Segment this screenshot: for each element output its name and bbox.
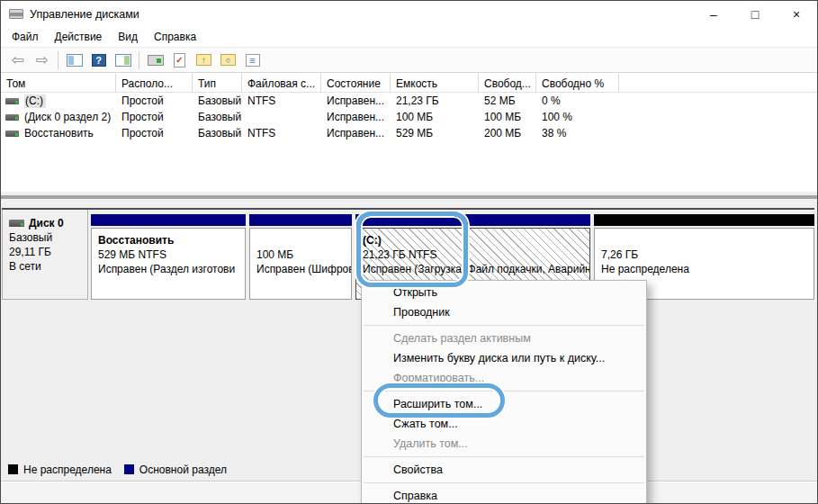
volume-icon bbox=[5, 130, 19, 137]
menu-item-help[interactable]: Справка bbox=[362, 486, 646, 504]
maximize-button[interactable]: □ bbox=[734, 1, 776, 27]
menu-view[interactable]: Вид bbox=[110, 28, 146, 46]
back-icon: ⇦ bbox=[11, 52, 23, 68]
pane-splitter[interactable] bbox=[1, 192, 817, 203]
device-properties-icon bbox=[148, 55, 164, 66]
menu-separator bbox=[364, 456, 644, 457]
app-disk-icon bbox=[9, 9, 23, 19]
partition-size: 7,26 ГБ bbox=[601, 248, 814, 262]
check-document-icon: ✓ bbox=[174, 53, 185, 68]
window-title: Управление дисками bbox=[30, 8, 139, 21]
column-header-layout[interactable]: Располо... bbox=[116, 74, 193, 92]
column-header-status[interactable]: Состояние bbox=[321, 74, 391, 92]
action-pane-button[interactable] bbox=[111, 49, 135, 71]
capacity-cell: 100 МБ bbox=[391, 111, 479, 123]
disk-info-panel[interactable]: Диск 0 Базовый 29,11 ГБ В сети bbox=[2, 210, 88, 300]
menu-help[interactable]: Справка bbox=[146, 28, 204, 46]
layout-cell: Простой bbox=[116, 127, 193, 140]
partition-recovery[interactable]: Восстановить 529 МБ NTFS Исправен (Разде… bbox=[91, 210, 246, 300]
back-button[interactable]: ⇦ bbox=[5, 49, 30, 71]
column-header-free[interactable]: Свобод... bbox=[479, 74, 536, 92]
free-percent-cell: 38 % bbox=[536, 127, 619, 140]
table-row[interactable]: (Диск 0 раздел 2) Простой Базовый Исправ… bbox=[1, 109, 817, 125]
partition-efi[interactable]: 100 МБ Исправен (Шифров bbox=[249, 210, 352, 300]
close-button[interactable]: × bbox=[776, 1, 817, 27]
task-list-button[interactable]: ≡ bbox=[240, 49, 265, 71]
disk-icon bbox=[9, 220, 24, 227]
volume-label: Восстановить bbox=[24, 127, 94, 140]
filesystem-cell: NTFS bbox=[242, 127, 321, 140]
title-bar: Управление дисками – □ × bbox=[1, 1, 817, 27]
capacity-cell: 529 МБ bbox=[391, 127, 479, 140]
column-header-capacity[interactable]: Емкость bbox=[391, 74, 479, 92]
table-row[interactable]: Восстановить Простой Базовый NTFS Исправ… bbox=[1, 125, 817, 141]
disk-size: 29,11 ГБ bbox=[9, 245, 87, 259]
menu-item-open[interactable]: Открыть bbox=[362, 283, 646, 302]
menu-file[interactable]: Файл bbox=[4, 28, 47, 46]
volume-list: Том Располо... Тип Файловая с... Состоян… bbox=[1, 74, 817, 192]
primary-partition-color-swatch bbox=[124, 464, 134, 474]
menu-bar: Файл Действие Вид Справка bbox=[1, 27, 817, 47]
window-controls: – □ × bbox=[693, 1, 817, 27]
menu-item-shrink-volume[interactable]: Сжать том... bbox=[362, 414, 646, 434]
menu-item-delete-volume[interactable]: Удалить том... bbox=[362, 434, 646, 454]
disk-management-window: Управление дисками – □ × Файл Действие В… bbox=[0, 0, 818, 504]
primary-partition-bar bbox=[355, 214, 590, 226]
folder-search-button[interactable]: ○ bbox=[216, 49, 240, 71]
column-header-free-percent[interactable]: Свободно % bbox=[536, 74, 619, 92]
partition-size: 100 МБ bbox=[256, 248, 351, 262]
partition-title: (C:) bbox=[363, 233, 589, 248]
device-properties-button[interactable] bbox=[143, 49, 167, 71]
type-cell: Базовый bbox=[193, 94, 242, 107]
menu-item-format[interactable]: Форматировать... bbox=[362, 368, 646, 388]
free-percent-cell: 0 % bbox=[536, 94, 619, 107]
partition-size: 529 МБ NTFS bbox=[98, 248, 245, 262]
task-list-icon: ≡ bbox=[246, 54, 260, 67]
partition-size: 21,23 ГБ NTFS bbox=[363, 248, 589, 262]
legend-label: Не распределена bbox=[23, 464, 112, 476]
primary-partition-bar bbox=[249, 214, 352, 226]
filesystem-cell: NTFS bbox=[242, 94, 321, 107]
menu-separator bbox=[364, 325, 644, 326]
primary-partition-bar bbox=[91, 214, 246, 226]
column-header-type[interactable]: Тип bbox=[193, 74, 242, 92]
column-header-filesystem[interactable]: Файловая с... bbox=[242, 74, 321, 92]
layout-cell: Простой bbox=[116, 111, 193, 123]
disk-status: В сети bbox=[9, 259, 87, 274]
layout-cell: Простой bbox=[116, 94, 193, 107]
volume-label: (Диск 0 раздел 2) bbox=[24, 111, 111, 123]
type-cell: Базовый bbox=[193, 127, 242, 140]
help-icon: ? bbox=[92, 54, 106, 67]
volume-label: (C:) bbox=[24, 94, 46, 108]
disk-type: Базовый bbox=[9, 230, 87, 245]
status-cell: Исправен... bbox=[321, 111, 391, 123]
menu-action[interactable]: Действие bbox=[47, 28, 111, 46]
legend-item-primary: Основной раздел bbox=[124, 464, 227, 476]
help-button[interactable]: ? bbox=[86, 49, 111, 71]
column-header-filler bbox=[619, 74, 817, 92]
partition-status: Исправен (Загрузка, Файл подкачки, Авари… bbox=[363, 262, 589, 276]
partition-title bbox=[601, 233, 814, 248]
volume-icon bbox=[5, 114, 19, 121]
volume-cell: (C:) bbox=[1, 94, 116, 108]
column-header-volume[interactable]: Том bbox=[1, 74, 116, 92]
console-tree-button[interactable] bbox=[62, 49, 86, 71]
volume-icon bbox=[5, 98, 19, 104]
menu-item-explorer[interactable]: Проводник bbox=[362, 302, 646, 322]
status-cell: Исправен... bbox=[321, 94, 391, 107]
console-tree-icon bbox=[67, 54, 83, 67]
folder-up-button[interactable]: ↑ bbox=[192, 49, 216, 71]
folder-up-icon: ↑ bbox=[196, 54, 211, 66]
table-row[interactable]: (C:) Простой Базовый NTFS Исправен... 21… bbox=[1, 93, 817, 109]
action-pane-icon bbox=[115, 54, 131, 67]
menu-item-change-letter[interactable]: Изменить букву диска или путь к диску... bbox=[362, 348, 646, 368]
menu-item-extend-volume[interactable]: Расширить том... bbox=[362, 394, 646, 414]
partition-status: Исправен (Шифров bbox=[256, 262, 351, 276]
minimize-button[interactable]: – bbox=[693, 1, 734, 27]
free-cell: 200 МБ bbox=[479, 127, 536, 140]
menu-item-properties[interactable]: Свойства bbox=[362, 460, 646, 480]
check-document-button[interactable]: ✓ bbox=[167, 49, 192, 71]
menu-item-mark-active[interactable]: Сделать раздел активным bbox=[362, 328, 646, 348]
forward-button[interactable]: ⇨ bbox=[30, 49, 54, 71]
toolbar-separator bbox=[139, 51, 139, 69]
